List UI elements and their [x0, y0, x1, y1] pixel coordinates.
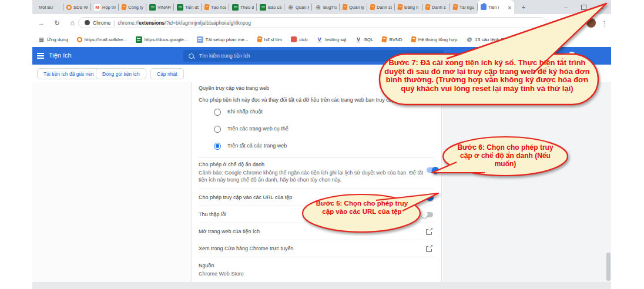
url-separator: | — [113, 20, 115, 26]
tab-label: BugTra — [323, 5, 337, 10]
tab[interactable]: Công ty — [119, 0, 146, 14]
tab[interactable]: Tiến độ — [174, 0, 202, 14]
doc-favicon — [204, 4, 209, 10]
view-store-label: Xem trong Cửa hàng Chrome trực tuyến — [199, 246, 294, 252]
callout-step-6-text: Bước 6: Chọn cho phép truy cập ở chế độ … — [454, 143, 556, 168]
incognito-row: Cho phép ở chế độ ẩn danh Cảnh báo: Goog… — [199, 158, 434, 189]
source-value: Chrome Web Store — [199, 270, 427, 277]
bookmark-item[interactable]: testing sql — [316, 36, 346, 43]
callout-step-7-text: Bước 7: Đã cài xong tiện ích ký số. Thực… — [381, 59, 593, 93]
bookmark-label: hđ sl lớn — [264, 37, 283, 42]
callout-step-7: Bước 7: Đã cài xong tiện ích ký số. Thực… — [358, 0, 617, 117]
sheet-favicon — [136, 36, 142, 43]
callout-step-5: Bước 5: Chọn cho phép truy cập vào các U… — [294, 190, 444, 236]
doc-favicon — [121, 4, 126, 10]
doc-favicon — [257, 36, 262, 42]
bookmark-item[interactable]: cicb — [291, 36, 307, 42]
radio-button[interactable] — [214, 126, 221, 133]
page-label: Chrome — [93, 20, 110, 26]
radio-button[interactable] — [214, 143, 221, 150]
tab-label: Hộp thư — [102, 5, 116, 10]
v-favicon — [316, 36, 323, 43]
incognito-title: Cho phép ở chế độ ẩn danh — [199, 162, 427, 168]
site-access-option[interactable]: Trên tất cả các trang web — [199, 137, 434, 154]
tab[interactable]: Một Bư — [36, 0, 63, 14]
collect-errors-label: Thu thập lỗi — [199, 211, 226, 218]
sheet-favicon — [260, 4, 266, 11]
bookmark-label: https://mail.softdre... — [85, 37, 127, 42]
sheet-favicon — [177, 4, 183, 11]
tab[interactable]: SDS We — [63, 0, 91, 14]
radio-label: Khi nhấp chuột — [227, 109, 263, 115]
hamburger-menu-icon[interactable] — [37, 55, 44, 56]
source-row: Nguồn Chrome Web Store — [199, 257, 434, 277]
tab-label: Công ty — [128, 5, 143, 10]
tab-label: Tiến độ — [185, 5, 199, 10]
incognito-text: Cho phép ở chế độ ẩn danh Cảnh báo: Goog… — [199, 162, 427, 183]
search-icon — [189, 53, 194, 59]
tab[interactable]: Theo dõ — [229, 0, 257, 14]
url-text: chrome://extensions/?id=bkfagmnjmfjalbba… — [118, 20, 251, 26]
external-link-icon — [426, 246, 432, 252]
source-label: Nguồn — [199, 263, 434, 269]
bookmark-label: Tải setup phần mề... — [206, 37, 249, 42]
scrollbar-thumb[interactable] — [606, 253, 611, 281]
bookmark-item[interactable]: hđ sl lớn — [257, 36, 283, 42]
site-info-icon[interactable] — [85, 20, 90, 25]
radio-label: Trên tất cả các trang web — [227, 143, 287, 149]
drive-favicon — [197, 36, 203, 43]
tab-label: Tạo hóa — [211, 5, 226, 10]
left-background — [32, 82, 191, 282]
bookmark-item[interactable]: https://docs.google... — [136, 36, 188, 43]
update-button[interactable]: Cập nhật — [150, 68, 184, 79]
tab-label: Một Bư — [39, 5, 53, 10]
tab[interactable]: Quản lý — [284, 0, 312, 14]
reload-icon[interactable] — [51, 17, 63, 29]
tab[interactable]: Báo cáo — [257, 0, 284, 14]
bookmark-item[interactable]: Ứng dụng — [38, 36, 68, 43]
bookmark-label: testing sql — [325, 37, 346, 42]
page-title: Tiện ích — [49, 52, 72, 59]
sds-favicon — [66, 5, 72, 10]
globe-favicon — [315, 4, 321, 11]
tab-label: SDS We — [73, 5, 88, 10]
tab[interactable]: VINAFR — [146, 0, 174, 14]
open-website-label: Mở trang web của tiện ích — [199, 228, 260, 235]
home-icon[interactable] — [66, 17, 78, 29]
bottom-strip — [32, 282, 611, 289]
gmail-favicon — [94, 4, 100, 11]
tab-label: VINAFR — [157, 5, 171, 10]
screenshot-canvas: Một BưSDS WeHộp thưCông tyVINAFRTiến độT… — [0, 0, 644, 289]
doc-favicon — [342, 4, 347, 10]
tab-label: Quản lý — [296, 5, 309, 10]
tab[interactable]: Tạo hóa — [202, 0, 229, 14]
file-urls-label: Cho phép truy cập vào các URL của tệp — [199, 194, 292, 201]
apps-favicon — [38, 36, 45, 43]
bookmark-item[interactable]: https://mail.softdre... — [77, 37, 127, 42]
sds-favicon — [77, 37, 82, 42]
radio-button[interactable] — [214, 109, 221, 116]
sheet-favicon — [149, 4, 156, 11]
view-store-row[interactable]: Xem trong Cửa hàng Chrome trực tuyến — [199, 240, 434, 257]
bookmark-label: cicb — [299, 37, 307, 42]
tab[interactable]: BugTra — [312, 0, 340, 14]
radio-label: Trên các trang web cụ thể — [227, 126, 289, 132]
incognito-description: Cảnh báo: Google Chrome không thể ngăn c… — [199, 169, 427, 183]
callout-step-6: Bước 6: Chọn cho phép truy cập ở chế độ … — [426, 134, 576, 181]
callout-step-5-text: Bước 5: Chọn cho phép truy cập vào các U… — [310, 200, 414, 216]
site-access-option[interactable]: Trên các trang web cụ thể — [199, 120, 434, 137]
tab[interactable]: Hộp thư — [91, 0, 119, 14]
bookmark-label: Ứng dụng — [47, 37, 68, 42]
globe-favicon — [287, 4, 294, 11]
tab-label: Theo dõ — [240, 5, 254, 10]
forward-icon[interactable] — [35, 17, 47, 29]
tab-label: Báo cáo — [268, 5, 281, 10]
sheet-favicon — [232, 4, 239, 11]
bookmark-item[interactable]: Tải setup phần mề... — [197, 36, 249, 43]
bookmark-label: https://docs.google... — [145, 37, 188, 42]
pack-extension-button[interactable]: Đóng gói tiện ích — [96, 68, 146, 79]
red-favicon — [291, 36, 297, 42]
load-unpacked-button[interactable]: Tải tiện ích đã giải nén — [37, 68, 100, 79]
